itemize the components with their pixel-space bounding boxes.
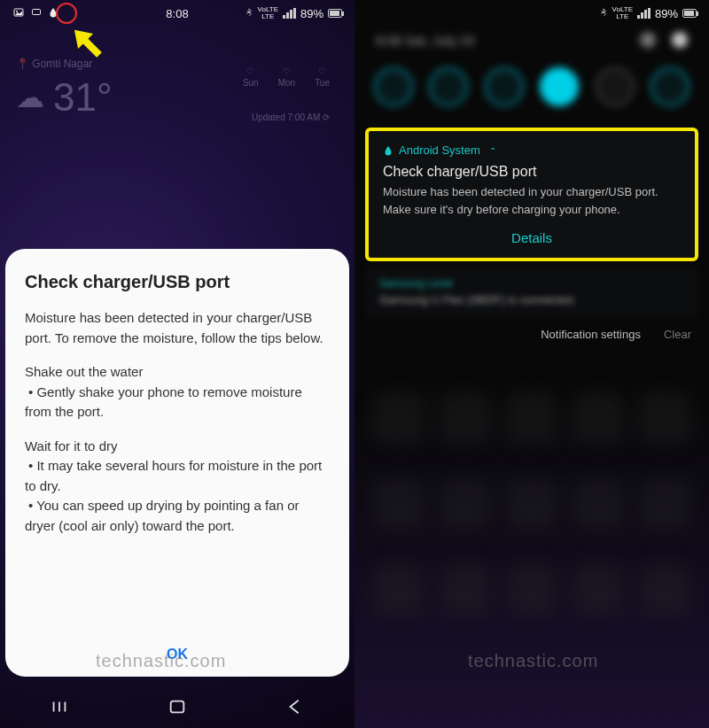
clear-all-button[interactable]: Clear [664, 328, 691, 341]
dialog-ok-button[interactable]: OK [25, 638, 330, 666]
highlight-circle [56, 3, 77, 24]
weather-updated: Updated 7:00 AM ⟳ [252, 112, 330, 122]
status-bar: 8:08 VoLTELTE 89% [0, 0, 354, 27]
qs-toggle[interactable] [429, 67, 468, 106]
notification-title: Check charger/USB port [383, 164, 681, 180]
notification-source: Android System [383, 143, 681, 157]
message-icon [30, 7, 43, 20]
recents-button[interactable] [48, 695, 71, 718]
picture-icon [12, 7, 25, 20]
svg-point-1 [16, 11, 18, 12]
volte-lte-label: VoLTELTE [612, 6, 633, 20]
moisture-notification[interactable]: Android System Check charger/USB port Mo… [365, 128, 698, 261]
signal-icon [637, 8, 651, 19]
secondary-notification[interactable]: Samsung Level Samsung U Flex (0BDF) is c… [365, 267, 698, 317]
qs-toggle[interactable] [596, 67, 635, 106]
shade-footer: Notification settings Clear [365, 322, 698, 346]
battery-icon [328, 9, 342, 18]
weather-icon: ☁ [16, 81, 44, 114]
phone-screenshot-right: VoLTELTE 89% 8:08 Sat, July 20 Android S… [354, 0, 709, 728]
qs-toggle-active[interactable] [540, 67, 579, 106]
status-clock: 8:08 [166, 7, 188, 20]
qs-toggle[interactable] [374, 67, 413, 106]
signal-icon [283, 8, 296, 19]
status-bar: VoLTELTE 89% [354, 0, 709, 27]
notification-settings-button[interactable]: Notification settings [541, 328, 641, 341]
home-button[interactable] [166, 695, 189, 718]
dialog-title: Check charger/USB port [25, 272, 330, 292]
quick-settings-row [354, 58, 709, 122]
moisture-dialog: Check charger/USB port Moisture has been… [5, 249, 349, 677]
svg-rect-3 [171, 701, 184, 713]
weather-widget: 📍 Gomti Nagar ☁ 31° ♡Sun ♡Mon ♡Tue Updat… [16, 58, 339, 120]
phone-screenshot-left: 8:08 VoLTELTE 89% 📍 Gomti Nagar ☁ 31° ♡S… [0, 0, 354, 728]
android-nav-bar [0, 685, 354, 728]
bluetooth-icon [245, 6, 253, 21]
shade-date-row: 8:08 Sat, July 20 [354, 25, 709, 58]
bluetooth-icon [599, 6, 608, 21]
notification-shade[interactable]: 8:08 Sat, July 20 Android System Check c… [354, 0, 709, 346]
notification-details-button[interactable]: Details [383, 227, 681, 249]
weather-temp: 31° [53, 75, 113, 120]
notification-body: Moisture has been detected in your charg… [383, 183, 681, 218]
qs-toggle[interactable] [485, 67, 524, 106]
svg-rect-2 [33, 9, 41, 14]
settings-icon[interactable] [672, 32, 688, 48]
search-icon[interactable] [640, 32, 656, 48]
collapse-chevron-icon[interactable] [486, 143, 496, 157]
volte-lte-label: VoLTELTE [258, 6, 278, 20]
battery-icon [682, 9, 697, 18]
battery-percent: 89% [655, 7, 678, 20]
dialog-body: Moisture has been detected in your charg… [25, 308, 330, 638]
battery-percent: 89% [300, 7, 323, 20]
qs-toggle[interactable] [651, 67, 690, 106]
back-button[interactable] [284, 695, 307, 718]
